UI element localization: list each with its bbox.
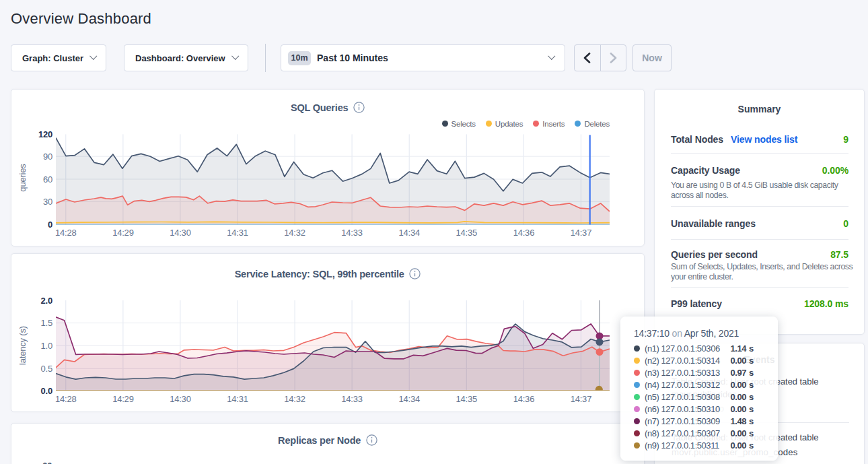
svg-text:90: 90 bbox=[43, 152, 52, 162]
svg-text:1.5: 1.5 bbox=[41, 318, 52, 328]
svg-text:latency (s): latency (s) bbox=[17, 326, 28, 365]
svg-text:14:33: 14:33 bbox=[341, 228, 363, 238]
svg-text:14:35: 14:35 bbox=[456, 394, 478, 404]
svg-text:queries: queries bbox=[17, 164, 28, 192]
svg-text:14:29: 14:29 bbox=[112, 394, 134, 404]
svg-text:0: 0 bbox=[48, 220, 52, 230]
svg-text:14:32: 14:32 bbox=[284, 394, 305, 404]
svg-text:2.0: 2.0 bbox=[41, 296, 52, 306]
svg-text:30: 30 bbox=[43, 197, 52, 207]
svg-text:14:29: 14:29 bbox=[112, 228, 134, 238]
svg-text:14:37: 14:37 bbox=[571, 228, 592, 238]
svg-text:14:32: 14:32 bbox=[284, 228, 305, 238]
svg-text:14:36: 14:36 bbox=[513, 394, 535, 404]
svg-text:14:30: 14:30 bbox=[170, 228, 191, 238]
svg-text:1.0: 1.0 bbox=[41, 341, 52, 351]
svg-text:14:28: 14:28 bbox=[55, 228, 77, 238]
svg-text:14:31: 14:31 bbox=[227, 394, 248, 404]
svg-text:14:36: 14:36 bbox=[513, 228, 535, 238]
svg-text:0.5: 0.5 bbox=[41, 364, 52, 374]
svg-text:14:34: 14:34 bbox=[398, 228, 420, 238]
svg-text:14:31: 14:31 bbox=[227, 228, 248, 238]
svg-text:14:35: 14:35 bbox=[456, 228, 478, 238]
svg-text:14:28: 14:28 bbox=[55, 394, 77, 404]
svg-text:14:30: 14:30 bbox=[170, 394, 191, 404]
svg-text:60: 60 bbox=[43, 174, 52, 185]
svg-text:120: 120 bbox=[38, 129, 52, 139]
svg-text:0.0: 0.0 bbox=[41, 386, 52, 396]
svg-text:14:33: 14:33 bbox=[341, 394, 363, 404]
svg-text:14:34: 14:34 bbox=[398, 394, 420, 404]
svg-text:14:37: 14:37 bbox=[571, 394, 592, 404]
